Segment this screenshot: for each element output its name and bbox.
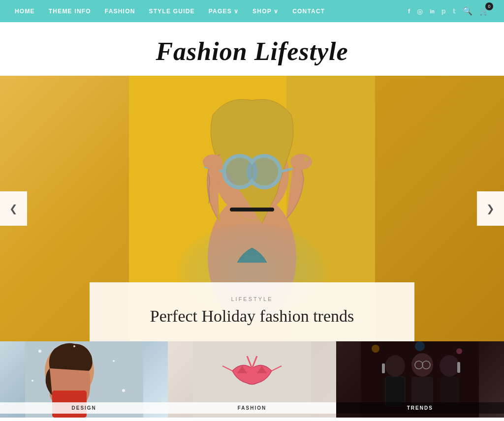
card-fashion-label: FASHION	[168, 402, 336, 414]
svg-point-9	[226, 158, 253, 185]
slider-prev-button[interactable]: ❮	[0, 191, 27, 226]
next-arrow-icon: ❯	[486, 203, 495, 214]
svg-rect-33	[385, 377, 405, 406]
svg-rect-41	[457, 362, 460, 373]
prev-arrow-icon: ❮	[9, 203, 18, 214]
nav-shop-label: SHOP	[252, 8, 272, 15]
card-trends-label: TRENDS	[336, 402, 504, 414]
hero-slider: ❮ ❯ LIFESTYLE Perfect Holiday fashion tr…	[0, 76, 504, 341]
hero-category-label: LIFESTYLE	[109, 296, 395, 302]
svg-point-23	[32, 380, 33, 382]
svg-point-36	[440, 355, 459, 377]
shop-chevron-icon: ∨	[274, 8, 279, 15]
pages-chevron-icon: ∨	[234, 8, 239, 15]
hero-title: Perfect Holiday fashion trends	[109, 307, 395, 326]
svg-point-13	[290, 154, 312, 170]
svg-point-32	[385, 355, 405, 377]
nav-home[interactable]: HOME	[15, 8, 35, 15]
slider-next-button[interactable]: ❯	[477, 191, 504, 226]
linkedin-icon[interactable]: in	[430, 8, 435, 14]
pinterest-icon[interactable]: 𝕡	[441, 7, 446, 15]
cards-row: DESIGN FASHION	[0, 341, 504, 418]
svg-point-44	[415, 341, 425, 351]
nav-theme-info[interactable]: THEME INFO	[49, 8, 91, 15]
svg-rect-11	[230, 208, 274, 211]
nav-right: f ◎ in 𝕡 𝕥 🔍 🛒 0	[408, 6, 489, 16]
card-design[interactable]: DESIGN	[0, 341, 168, 418]
card-trends[interactable]: TRENDS	[336, 341, 504, 418]
card-fashion[interactable]: FASHION	[168, 341, 336, 418]
instagram-icon[interactable]: ◎	[417, 7, 423, 15]
nav-pages-label: PAGES	[209, 8, 232, 15]
svg-point-10	[251, 158, 278, 185]
nav-fashion[interactable]: FASHION	[105, 8, 135, 15]
svg-point-19	[38, 350, 41, 353]
svg-point-15	[304, 157, 308, 161]
nav-links: HOME THEME INFO FASHION STYLE GUIDE PAGE…	[15, 8, 325, 15]
main-nav: HOME THEME INFO FASHION STYLE GUIDE PAGE…	[0, 0, 504, 22]
site-header: Fashion Lifestyle	[0, 22, 504, 76]
svg-point-22	[122, 389, 125, 392]
twitter-icon[interactable]: 𝕥	[453, 7, 456, 15]
search-icon[interactable]: 🔍	[463, 6, 472, 16]
svg-rect-40	[382, 363, 385, 373]
svg-point-21	[73, 345, 75, 347]
facebook-icon[interactable]: f	[408, 7, 410, 15]
nav-style-guide[interactable]: STYLE GUIDE	[149, 8, 195, 15]
svg-rect-37	[441, 377, 459, 405]
card-design-label: DESIGN	[0, 402, 168, 414]
nav-shop-dropdown[interactable]: SHOP ∨	[252, 8, 279, 15]
nav-contact[interactable]: CONTACT	[292, 8, 325, 15]
hero-caption: LIFESTYLE Perfect Holiday fashion trends	[90, 282, 414, 341]
svg-point-42	[372, 345, 379, 353]
nav-pages-dropdown[interactable]: PAGES ∨	[209, 8, 239, 15]
site-title: Fashion Lifestyle	[0, 37, 504, 66]
svg-point-12	[203, 154, 222, 169]
svg-point-20	[113, 360, 115, 362]
cart-wrapper[interactable]: 🛒 0	[479, 6, 489, 16]
cart-badge: 0	[485, 2, 493, 10]
svg-point-43	[456, 348, 462, 354]
